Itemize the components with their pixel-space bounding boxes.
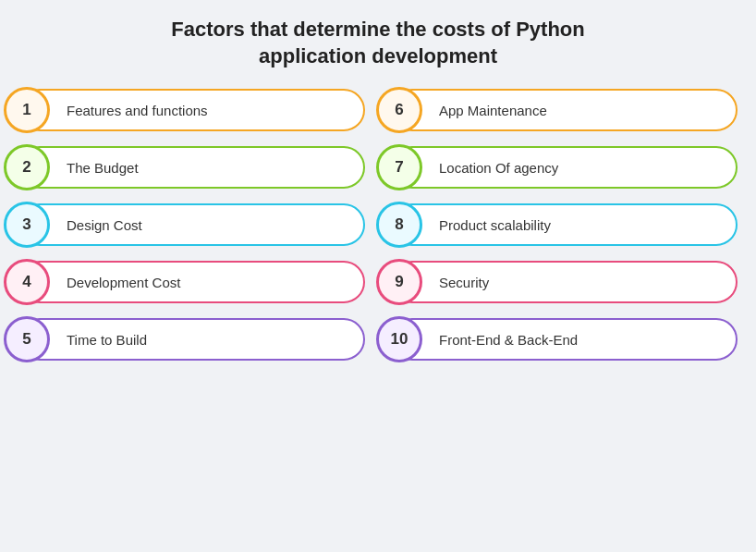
factor-pill-5: 5 Time to Build	[18, 318, 365, 361]
factor-item-10: 10 Front-End & Back-End	[391, 315, 738, 363]
factor-label-5: Time to Build	[67, 332, 147, 348]
factors-grid: 1 Features and functions 6 App Maintenan…	[18, 86, 738, 363]
factor-number-2: 2	[4, 144, 50, 190]
factor-number-9: 9	[376, 259, 422, 305]
factor-pill-6: 6 App Maintenance	[391, 89, 738, 131]
factor-pill-10: 10 Front-End & Back-End	[391, 318, 738, 361]
factor-label-10: Front-End & Back-End	[439, 332, 578, 348]
factor-item-2: 2 The Budget	[18, 143, 365, 191]
factor-pill-4: 4 Development Cost	[18, 261, 365, 303]
factor-label-7: Location Of agency	[439, 160, 558, 176]
factor-item-7: 7 Location Of agency	[391, 143, 738, 191]
factor-label-3: Design Cost	[67, 217, 142, 233]
factor-item-8: 8 Product scalability	[391, 201, 738, 249]
factor-item-3: 3 Design Cost	[18, 201, 365, 249]
factor-item-5: 5 Time to Build	[18, 315, 365, 363]
factor-label-8: Product scalability	[439, 217, 551, 233]
factor-label-1: Features and functions	[67, 103, 208, 118]
factor-pill-7: 7 Location Of agency	[391, 146, 738, 189]
page-title: Factors that determine the costs of Pyth…	[171, 17, 584, 69]
factor-item-9: 9 Security	[391, 258, 738, 306]
factor-label-4: Development Cost	[67, 275, 180, 290]
factor-pill-1: 1 Features and functions	[18, 89, 365, 131]
factor-number-4: 4	[4, 259, 50, 305]
factor-number-10: 10	[376, 316, 422, 362]
factor-number-8: 8	[376, 202, 422, 248]
factor-label-9: Security	[439, 275, 489, 290]
factor-item-1: 1 Features and functions	[18, 86, 365, 134]
factor-pill-3: 3 Design Cost	[18, 203, 365, 246]
factor-label-6: App Maintenance	[439, 103, 547, 118]
factor-pill-9: 9 Security	[391, 261, 738, 303]
factor-pill-8: 8 Product scalability	[391, 203, 738, 246]
factor-label-2: The Budget	[67, 160, 139, 176]
factor-number-6: 6	[376, 87, 422, 133]
factor-item-6: 6 App Maintenance	[391, 86, 738, 134]
factor-number-5: 5	[4, 316, 50, 362]
factor-number-3: 3	[4, 202, 50, 248]
factor-number-1: 1	[4, 87, 50, 133]
factor-pill-2: 2 The Budget	[18, 146, 365, 189]
factor-number-7: 7	[376, 144, 422, 190]
factor-item-4: 4 Development Cost	[18, 258, 365, 306]
